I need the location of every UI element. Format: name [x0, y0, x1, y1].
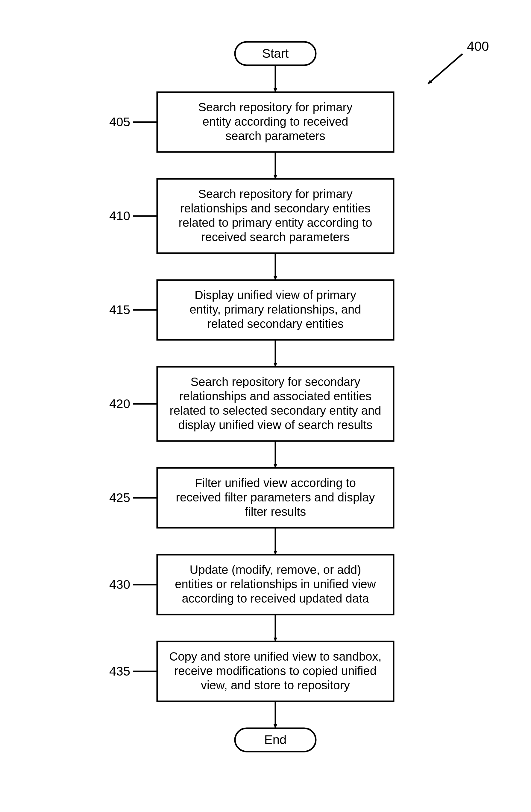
process-text-410-line3: received search parameters — [201, 230, 349, 244]
step-number-430: 430 — [109, 577, 130, 592]
process-text-435-line1: receive modifications to copied unified — [174, 664, 376, 677]
step-number-415: 415 — [109, 303, 130, 317]
step-number-405: 405 — [109, 115, 130, 129]
step-number-425: 425 — [109, 491, 130, 505]
process-text-410-line1: relationships and secondary entities — [180, 202, 371, 215]
process-text-420-line0: Search repository for secondary — [191, 375, 360, 388]
start-label: Start — [262, 46, 289, 60]
process-text-435-line2: view, and store to repository — [201, 679, 350, 692]
process-text-435-line0: Copy and store unified view to sandbox, — [169, 650, 381, 663]
flowchart-diagram: 400StartSearch repository for primaryent… — [0, 0, 531, 812]
process-text-410-line0: Search repository for primary — [198, 187, 353, 201]
process-text-430-line0: Update (modify, remove, or add) — [190, 563, 361, 576]
step-number-420: 420 — [109, 397, 130, 411]
process-text-430-line1: entities or relationships in unified vie… — [175, 577, 376, 591]
end-label: End — [264, 733, 287, 747]
process-text-420-line2: related to selected secondary entity and — [169, 404, 381, 417]
step-number-410: 410 — [109, 209, 130, 223]
process-text-430-line2: according to received updated data — [182, 592, 369, 605]
process-text-420-line1: relationships and associated entities — [179, 390, 372, 403]
process-text-415-line2: related secondary entities — [207, 317, 344, 330]
process-text-405-line2: search parameters — [225, 129, 325, 142]
process-text-420-line3: display unified view of search results — [178, 418, 372, 432]
step-number-435: 435 — [109, 664, 130, 678]
process-text-405-line0: Search repository for primary — [198, 101, 353, 114]
process-text-410-line2: related to primary entity according to — [179, 216, 372, 229]
process-text-425-line0: Filter unified view according to — [195, 476, 356, 490]
figure-ref-number: 400 — [467, 39, 489, 54]
figure-ref-arrow — [428, 54, 462, 84]
process-text-415-line1: entity, primary relationships, and — [190, 303, 361, 316]
process-text-405-line1: entity according to received — [203, 115, 348, 128]
process-text-415-line0: Display unified view of primary — [195, 288, 356, 302]
process-text-425-line1: received filter parameters and display — [176, 491, 375, 504]
process-text-425-line2: filter results — [245, 505, 306, 518]
